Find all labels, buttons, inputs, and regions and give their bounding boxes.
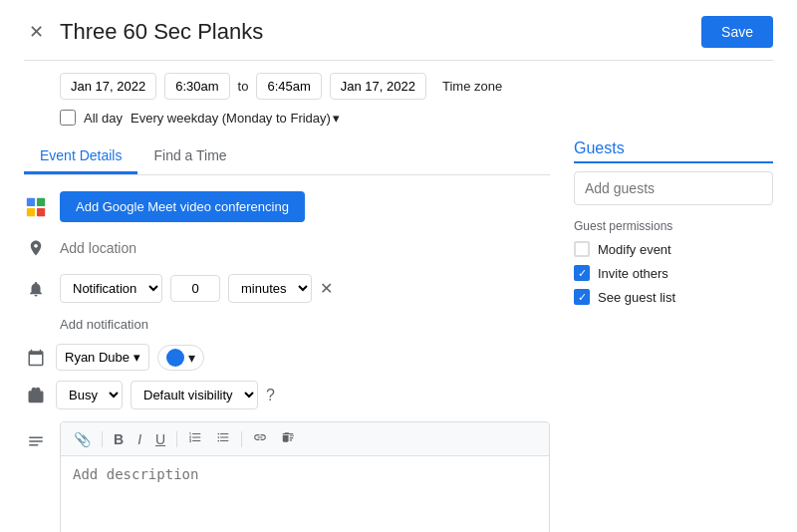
italic-button[interactable]: I [133, 429, 146, 449]
allday-row: All day Every weekday (Monday to Friday)… [24, 110, 773, 126]
status-row: Busy Default visibility ? [24, 381, 550, 409]
to-label: to [238, 79, 249, 94]
header-left: ✕ Three 60 Sec Planks [24, 19, 263, 45]
notification-unit-select[interactable]: minutes [228, 274, 312, 303]
remove-format-button[interactable] [276, 428, 300, 449]
link-button[interactable] [248, 428, 272, 449]
see-guest-list-checkbox[interactable] [574, 289, 590, 305]
ordered-list-button[interactable] [183, 428, 207, 449]
start-date-button[interactable]: Jan 17, 2022 [60, 73, 156, 100]
invite-others-label: Invite others [598, 266, 668, 281]
unordered-list-button[interactable] [211, 428, 235, 449]
right-panel: Guests Guest permissions Modify event In… [574, 139, 773, 532]
svg-rect-1 [37, 197, 45, 205]
start-time-button[interactable]: 6:30am [164, 73, 229, 100]
notification-type-select[interactable]: Notification [60, 274, 162, 303]
svg-rect-3 [37, 207, 45, 215]
notification-icon [24, 277, 48, 301]
calendar-owner-chevron: ▾ [133, 350, 140, 365]
video-icon [24, 195, 48, 219]
event-title: Three 60 Sec Planks [60, 19, 263, 45]
bold-button[interactable]: B [109, 429, 129, 449]
see-guest-list-label: See guest list [598, 290, 675, 305]
permissions-title: Guest permissions [574, 219, 773, 233]
add-guests-input[interactable] [574, 171, 773, 205]
attach-button[interactable]: 📎 [69, 429, 96, 449]
notification-remove-icon[interactable]: ✕ [320, 279, 333, 298]
calendar-icon [24, 346, 48, 370]
allday-checkbox[interactable] [60, 110, 76, 126]
invite-others-checkbox[interactable] [574, 265, 590, 281]
allday-label: All day [84, 111, 123, 126]
description-container: 📎 B I U [60, 421, 550, 532]
location-row [24, 236, 550, 260]
permission-invite-others: Invite others [574, 265, 773, 281]
close-icon[interactable]: ✕ [24, 20, 48, 44]
modify-event-checkbox[interactable] [574, 241, 590, 257]
tab-event-details[interactable]: Event Details [24, 139, 137, 174]
recurrence-label: Every weekday (Monday to Friday) [131, 111, 331, 126]
calendar-color-chevron: ▾ [188, 350, 195, 366]
calendar-color-dot [166, 349, 184, 367]
guests-title: Guests [574, 139, 773, 163]
left-panel: Event Details Find a Time Add Google Mee… [24, 139, 550, 532]
help-icon[interactable]: ? [266, 387, 275, 404]
description-row: 📎 B I U [24, 421, 550, 532]
save-button[interactable]: Save [701, 16, 773, 48]
toolbar-divider-1 [102, 431, 103, 447]
header: ✕ Three 60 Sec Planks Save [24, 16, 773, 48]
calendar-color-button[interactable]: ▾ [157, 345, 204, 371]
notification-controls: Notification 0 minutes ✕ [60, 274, 333, 303]
location-input[interactable] [60, 240, 550, 256]
permission-modify-event: Modify event [574, 241, 773, 257]
recurrence-chevron-icon: ▾ [333, 111, 340, 126]
svg-rect-0 [27, 197, 35, 205]
notification-row: Notification 0 minutes ✕ [24, 274, 550, 303]
visibility-select[interactable]: Default visibility [131, 381, 258, 409]
tabs: Event Details Find a Time [24, 139, 550, 175]
description-toolbar: 📎 B I U [61, 422, 549, 456]
underline-button[interactable]: U [150, 429, 170, 449]
permission-see-guest-list: See guest list [574, 289, 773, 305]
end-date-button[interactable]: Jan 17, 2022 [330, 73, 426, 100]
tab-find-time[interactable]: Find a Time [137, 139, 242, 174]
notification-value-input[interactable]: 0 [170, 275, 220, 302]
calendar-owner-select[interactable]: Ryan Dube ▾ [56, 344, 149, 371]
recurrence-button[interactable]: Every weekday (Monday to Friday) ▾ [131, 111, 340, 126]
add-notification-label[interactable]: Add notification [60, 317, 550, 332]
meet-row: Add Google Meet video conferencing [24, 191, 550, 222]
header-divider [24, 60, 773, 61]
timezone-button[interactable]: Time zone [434, 74, 510, 99]
toolbar-divider-2 [176, 431, 177, 447]
location-icon [24, 236, 48, 260]
status-icon [24, 384, 48, 407]
calendar-row: Ryan Dube ▾ ▾ [24, 344, 550, 371]
busy-status-select[interactable]: Busy [56, 381, 123, 409]
description-textarea[interactable] [61, 456, 549, 532]
modify-event-label: Modify event [598, 242, 671, 257]
calendar-owner-label: Ryan Dube [65, 350, 130, 365]
toolbar-divider-3 [241, 431, 242, 447]
add-meet-button[interactable]: Add Google Meet video conferencing [60, 191, 305, 222]
main-content: Event Details Find a Time Add Google Mee… [24, 139, 773, 532]
description-icon [24, 429, 48, 453]
svg-rect-2 [27, 207, 35, 215]
datetime-row: Jan 17, 2022 6:30am to 6:45am Jan 17, 20… [24, 73, 773, 100]
end-time-button[interactable]: 6:45am [256, 73, 321, 100]
